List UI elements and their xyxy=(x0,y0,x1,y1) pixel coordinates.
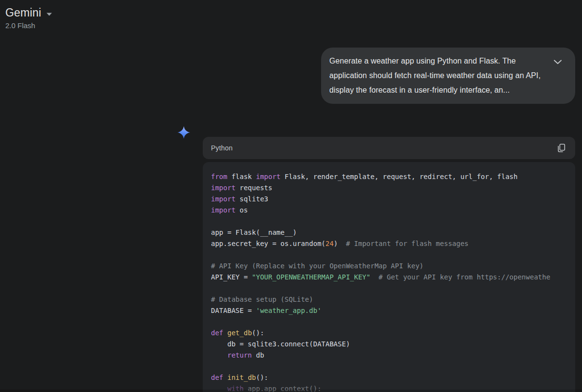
code-token-keyword: import xyxy=(211,184,236,192)
code-token-plain: API_KEY = xyxy=(211,273,252,281)
code-token-plain: app = Flask(__name__) xyxy=(211,229,297,236)
code-line xyxy=(211,283,567,294)
code-line xyxy=(211,249,567,261)
code-token-plain: ) xyxy=(334,240,346,247)
app-title: Gemini xyxy=(5,6,41,19)
code-token-plain: sqlite3 xyxy=(236,195,268,203)
copy-code-button[interactable] xyxy=(554,141,568,155)
code-token-plain xyxy=(223,374,227,381)
code-token-number: 24 xyxy=(325,240,334,247)
code-token-plain: (): xyxy=(256,374,268,381)
code-token-plain xyxy=(211,351,227,359)
code-line: return db xyxy=(211,350,567,361)
code-token-plain: db xyxy=(252,351,264,359)
code-line: import sqlite3 xyxy=(211,194,567,205)
code-line: db = sqlite3.connect(DATABASE) xyxy=(211,339,567,350)
code-token-comment: # Database setup (SQLite) xyxy=(211,295,313,303)
model-label: 2.0 Flash xyxy=(5,21,52,30)
chevron-down-icon xyxy=(553,60,562,65)
code-language-label: Python xyxy=(211,144,233,152)
code-token-comment: # API Key (Replace with your OpenWeather… xyxy=(211,262,423,270)
code-token-function: get_db xyxy=(227,329,252,337)
code-line: def init_db(): xyxy=(211,372,567,383)
code-line: import os xyxy=(211,205,567,216)
gemini-sparkle-icon xyxy=(177,126,191,139)
app-header: Gemini 2.0 Flash xyxy=(5,6,52,30)
code-line xyxy=(211,316,567,327)
code-token-keyword: from xyxy=(211,173,227,180)
code-line: API_KEY = "YOUR_OPENWEATHERMAP_API_KEY" … xyxy=(211,272,567,283)
code-token-comment: # Get your API key from https://openweat… xyxy=(379,273,550,281)
user-message-text: Generate a weather app using Python and … xyxy=(329,54,541,98)
code-token-keyword: import xyxy=(211,206,236,214)
code-token-keyword: import xyxy=(256,173,281,180)
code-block-body: from flask import Flask, render_template… xyxy=(203,162,575,392)
code-token-string: "YOUR_OPENWEATHERMAP_API_KEY" xyxy=(252,273,370,281)
code-token-plain: requests xyxy=(236,184,273,192)
page: Gemini 2.0 Flash Generate a weather app … xyxy=(0,0,582,392)
dropdown-caret-icon xyxy=(46,9,52,18)
code-content: from flask import Flask, render_template… xyxy=(203,162,575,392)
code-token-plain: flask xyxy=(227,173,256,180)
code-token-string: 'weather_app.db' xyxy=(256,307,322,314)
code-token-plain xyxy=(223,329,227,337)
code-line: from flask import Flask, render_template… xyxy=(211,171,567,182)
code-line xyxy=(211,216,567,227)
user-message-bubble: Generate a weather app using Python and … xyxy=(321,48,575,104)
code-token-keyword: return xyxy=(227,351,252,359)
code-line: # Database setup (SQLite) xyxy=(211,294,567,305)
code-line: app = Flask(__name__) xyxy=(211,227,567,238)
copy-icon xyxy=(557,144,566,152)
code-token-comment: # Important for flash messages xyxy=(346,240,469,247)
code-token-plain: os xyxy=(236,206,248,214)
code-line: import requests xyxy=(211,182,567,194)
code-line: DATABASE = 'weather_app.db' xyxy=(211,305,567,316)
code-line: def get_db(): xyxy=(211,327,567,339)
code-token-plain: app.secret_key = os.urandom( xyxy=(211,240,325,247)
code-token-function: init_db xyxy=(227,374,256,381)
code-token-plain: DATABASE = xyxy=(211,307,256,314)
window-bottom-edge xyxy=(0,390,582,392)
code-token-keyword: def xyxy=(211,374,223,381)
code-token-plain: Flask, render_template, request, redirec… xyxy=(280,173,517,180)
model-switcher-button[interactable]: Gemini xyxy=(5,6,52,19)
expand-message-button[interactable] xyxy=(551,55,565,69)
code-line xyxy=(211,361,567,372)
code-token-keyword: def xyxy=(211,329,223,337)
code-token-keyword: import xyxy=(211,195,236,203)
code-token-plain: db = sqlite3.connect(DATABASE) xyxy=(211,340,350,348)
code-block-header: Python xyxy=(203,137,575,159)
code-token-plain xyxy=(371,273,379,281)
code-line: app.secret_key = os.urandom(24) # Import… xyxy=(211,238,567,249)
code-line: # API Key (Replace with your OpenWeather… xyxy=(211,261,567,272)
code-token-plain: (): xyxy=(252,329,264,337)
